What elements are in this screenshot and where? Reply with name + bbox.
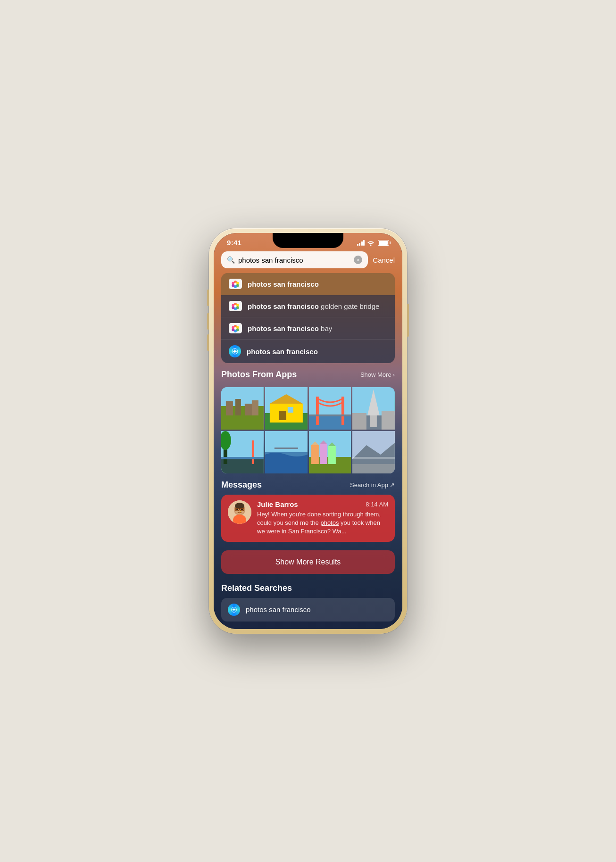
related-searches-section: Related Searches photos san francisco xyxy=(214,579,402,624)
contact-avatar xyxy=(228,500,251,524)
message-content: Julie Barros 8:14 AM Hey! When you're do… xyxy=(257,500,388,536)
svg-point-6 xyxy=(234,283,237,285)
svg-rect-54 xyxy=(275,448,298,449)
suggestion-item[interactable]: photos san francisco golden gate bridge xyxy=(221,295,395,317)
svg-marker-22 xyxy=(233,349,237,354)
safari-icon-4 xyxy=(229,345,241,357)
suggestion-text-1: photos san francisco xyxy=(248,280,319,288)
safari-related-icon xyxy=(228,604,240,616)
messages-section-title: Messages xyxy=(221,480,262,490)
phone-frame: 9:41 xyxy=(209,228,407,634)
search-input[interactable]: photos san francisco xyxy=(238,256,350,264)
svg-point-12 xyxy=(232,304,234,307)
battery-icon xyxy=(378,240,389,246)
status-icons xyxy=(357,240,390,246)
photo-cell[interactable] xyxy=(352,387,395,430)
search-cancel-button[interactable]: Cancel xyxy=(368,256,395,264)
related-search-item[interactable]: photos san francisco xyxy=(221,598,395,622)
suggestion-item[interactable]: photos san francisco bay xyxy=(221,317,395,340)
message-sender: Julie Barros xyxy=(257,500,298,508)
suggestion-text-4: photos san francisco xyxy=(247,348,318,356)
photos-app-icon-3 xyxy=(229,323,242,333)
svg-rect-37 xyxy=(316,397,318,425)
related-search-text: photos san francisco xyxy=(246,605,311,613)
svg-rect-33 xyxy=(279,411,286,420)
suggestions-list: photos san francisco xyxy=(221,273,395,363)
svg-rect-45 xyxy=(382,411,395,430)
related-searches-title: Related Searches xyxy=(221,583,395,593)
photo-grid xyxy=(221,387,395,473)
svg-rect-34 xyxy=(288,407,293,413)
svg-rect-43 xyxy=(370,415,377,427)
external-link-icon: ↗ xyxy=(390,481,395,489)
show-more-button[interactable]: Show More › xyxy=(360,371,395,378)
suggestion-text-2: photos san francisco golden gate bridge xyxy=(248,302,379,310)
svg-point-77 xyxy=(240,511,241,512)
suggestion-text-3: photos san francisco bay xyxy=(248,324,332,332)
wifi-icon xyxy=(367,240,375,246)
status-time: 9:41 xyxy=(227,239,241,247)
svg-rect-61 xyxy=(328,446,335,464)
svg-rect-44 xyxy=(352,413,366,430)
photos-app-icon-1 xyxy=(229,279,242,289)
photo-cell[interactable] xyxy=(265,431,308,473)
search-magnifier-icon: 🔍 xyxy=(227,256,235,264)
photos-section-title: Photos From Apps xyxy=(221,370,297,380)
search-bar-area: 🔍 photos san francisco × Cancel xyxy=(214,249,402,271)
signal-icon xyxy=(357,240,365,246)
photo-cell[interactable] xyxy=(265,387,308,430)
search-in-app-button[interactable]: Search in App ↗ xyxy=(350,481,395,489)
phone-screen: 9:41 xyxy=(214,233,402,629)
svg-point-13 xyxy=(234,305,237,307)
svg-rect-65 xyxy=(352,464,395,473)
message-time: 8:14 AM xyxy=(366,501,388,508)
show-more-results-button[interactable]: Show More Results xyxy=(221,550,395,574)
svg-rect-57 xyxy=(311,445,318,464)
svg-rect-50 xyxy=(252,440,254,464)
svg-rect-51 xyxy=(221,457,264,459)
svg-point-20 xyxy=(234,327,237,330)
svg-rect-59 xyxy=(319,444,327,464)
svg-rect-39 xyxy=(309,414,351,416)
phone-notch xyxy=(273,233,343,248)
messages-section-header: Messages Search in App ↗ xyxy=(221,480,395,490)
search-field[interactable]: 🔍 photos san francisco × xyxy=(221,251,368,268)
screen-content: 9:41 xyxy=(214,233,402,629)
message-card[interactable]: Julie Barros 8:14 AM Hey! When you're do… xyxy=(221,495,395,542)
svg-rect-28 xyxy=(252,400,258,415)
photo-cell[interactable] xyxy=(309,387,351,430)
photo-cell[interactable] xyxy=(221,387,264,430)
photo-cell[interactable] xyxy=(221,431,264,473)
photo-cell[interactable] xyxy=(309,431,351,473)
svg-rect-26 xyxy=(235,399,241,415)
search-clear-button[interactable]: × xyxy=(354,256,362,264)
message-preview: Hey! When you're done sorting through th… xyxy=(257,510,388,536)
photos-section: Photos From Apps Show More › xyxy=(214,363,402,387)
svg-point-19 xyxy=(232,326,234,329)
svg-rect-36 xyxy=(309,415,351,430)
suggestion-item[interactable]: photos san francisco xyxy=(221,340,395,363)
svg-rect-66 xyxy=(352,457,395,459)
svg-rect-25 xyxy=(226,401,233,415)
message-header: Julie Barros 8:14 AM xyxy=(257,500,388,508)
svg-rect-47 xyxy=(221,457,264,473)
svg-point-5 xyxy=(232,282,234,285)
svg-marker-79 xyxy=(232,608,236,612)
suggestion-item[interactable]: photos san francisco xyxy=(221,273,395,295)
photos-section-header: Photos From Apps Show More › xyxy=(221,370,395,380)
photos-app-icon-2 xyxy=(229,301,242,311)
svg-rect-38 xyxy=(341,397,344,425)
photo-cell[interactable] xyxy=(352,431,395,473)
messages-section: Messages Search in App ↗ xyxy=(214,473,402,546)
